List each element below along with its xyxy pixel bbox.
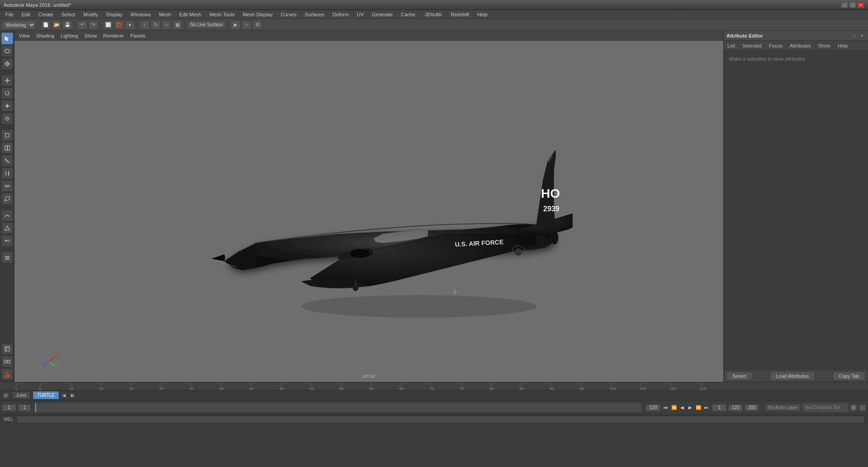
menu-windows[interactable]: Windows [127, 11, 155, 18]
layer-prev-arrow[interactable]: ◄ [62, 393, 67, 398]
anim-settings-icon[interactable]: ⚙ [850, 404, 857, 411]
bevel-tool[interactable] [1, 193, 13, 205]
range-start-right[interactable] [728, 404, 743, 411]
append-polygon-tool[interactable]: + [1, 222, 13, 234]
bridge-tool[interactable] [1, 210, 13, 221]
select-tool-button[interactable]: ⬜ [103, 20, 113, 29]
menu-3dtoall[interactable]: -3DtoAll- [420, 11, 446, 18]
menu-edit[interactable]: Edit [18, 11, 34, 18]
layer-next-arrow[interactable]: ► [70, 393, 75, 398]
maximize-button[interactable]: □ [849, 2, 856, 8]
menu-generate[interactable]: Generate [368, 11, 396, 18]
menu-display[interactable]: Display [103, 11, 126, 18]
menu-cache[interactable]: Cache [397, 11, 419, 18]
new-file-button[interactable]: 📄 [41, 20, 51, 29]
attr-close-button[interactable]: ✕ [859, 33, 865, 39]
menu-modify[interactable]: Modify [80, 11, 101, 18]
mode-dropdown[interactable]: Modeling [2, 20, 36, 29]
menu-mesh-display[interactable]: Mesh Display [239, 11, 276, 18]
move-tool[interactable] [1, 75, 13, 86]
viewport-menu-show[interactable]: Show [82, 32, 100, 39]
left-bottom-icon2[interactable] [1, 356, 13, 367]
menu-surfaces[interactable]: Surfaces [301, 11, 328, 18]
attr-expand-button[interactable]: □ [851, 33, 858, 39]
show-manip-tool[interactable] [1, 129, 13, 141]
insert-edge-loop-tool[interactable] [1, 142, 13, 154]
open-file-button[interactable]: 📂 [52, 20, 62, 29]
attr-tab-focus[interactable]: Focus [767, 42, 784, 49]
no-character-set-label[interactable]: No Character Set [803, 404, 848, 412]
menu-edit-mesh[interactable]: Edit Mesh [175, 11, 205, 18]
offset-edge-tool[interactable] [1, 167, 13, 179]
copy-tab-button[interactable]: Copy Tab [833, 372, 865, 381]
render-button[interactable]: ▶ [231, 20, 241, 29]
frame-counter-right[interactable] [712, 404, 726, 411]
close-button[interactable]: ✕ [857, 2, 864, 8]
load-attributes-button[interactable]: Load Attributes [770, 372, 815, 381]
paint-select-tool[interactable] [1, 58, 13, 70]
viewport-menu-panels[interactable]: Panels [128, 32, 148, 39]
settings-small-icon[interactable] [1, 252, 13, 263]
undo-button[interactable]: ↶ [77, 20, 87, 29]
range-end-input[interactable] [646, 404, 660, 411]
attr-select-button[interactable]: Select [726, 372, 752, 381]
menu-mesh-tools[interactable]: Mesh Tools [206, 11, 238, 18]
menu-curves[interactable]: Curves [277, 11, 300, 18]
universal-tool[interactable] [1, 113, 13, 124]
viewport-menu-lighting[interactable]: Lighting [58, 32, 81, 39]
anim-audio-icon[interactable]: ♪ [859, 404, 866, 411]
viewport-canvas[interactable]: HO 2939 U.S. AIR FORCE [14, 41, 723, 382]
lasso-select-tool[interactable] [1, 45, 13, 57]
no-anim-layer-label[interactable]: No Anim Layer [765, 404, 801, 411]
window-controls[interactable]: – □ ✕ [841, 2, 864, 8]
menu-deform[interactable]: Deform [329, 11, 352, 18]
save-file-button[interactable]: 💾 [62, 20, 72, 29]
minimize-button[interactable]: – [841, 2, 848, 8]
play-back-button[interactable]: ◀ [678, 404, 686, 411]
attr-tab-help[interactable]: Help [836, 42, 850, 49]
left-flame-icon[interactable] [1, 368, 13, 380]
ipr-button[interactable]: ○ [242, 20, 251, 29]
current-frame-input[interactable] [2, 404, 16, 411]
attr-tab-attributes[interactable]: Attributes [788, 42, 812, 49]
layer-tab-juliet[interactable]: Juliet [12, 391, 30, 399]
menu-create[interactable]: Create [35, 11, 57, 18]
menu-select[interactable]: Select [58, 11, 79, 18]
connect-tool[interactable] [1, 180, 13, 192]
rotate-tool[interactable] [1, 87, 13, 99]
menu-help[interactable]: Help [474, 11, 491, 18]
move-tool-button[interactable]: ↕ [140, 20, 150, 29]
go-to-end-button[interactable]: ⏭ [703, 404, 710, 411]
left-bottom-icon1[interactable] [1, 343, 13, 355]
scale-tool[interactable] [1, 100, 13, 112]
attr-tab-show[interactable]: Show [816, 42, 832, 49]
attr-tab-list[interactable]: List [726, 42, 737, 49]
scale-tool-button[interactable]: ↔ [161, 20, 171, 29]
step-forward-button[interactable]: ⏩ [695, 404, 702, 411]
timeline-track[interactable] [34, 403, 642, 413]
layer-tab-turtle[interactable]: TURTLE [33, 391, 59, 399]
render-settings-button[interactable]: ⚙ [252, 20, 262, 29]
mel-input[interactable] [17, 416, 864, 423]
layer-menu-icon[interactable]: ≡ [3, 392, 9, 399]
viewport-menu-view[interactable]: View [16, 32, 33, 39]
menu-uv[interactable]: UV [353, 11, 367, 18]
redo-button[interactable]: ↷ [88, 20, 98, 29]
target-weld-tool[interactable] [1, 235, 13, 247]
viewport-menu-renderer[interactable]: Renderer [100, 32, 127, 39]
range-end-right[interactable] [745, 404, 759, 411]
menu-file[interactable]: File [2, 11, 17, 18]
select-arrow-tool[interactable] [1, 33, 13, 44]
multi-cut-tool[interactable] [1, 155, 13, 167]
rotate-tool-button[interactable]: ↻ [151, 20, 161, 29]
paint-select-button[interactable]: ● [125, 20, 135, 29]
universal-manip-button[interactable]: ▦ [172, 20, 182, 29]
viewport-menu-shading[interactable]: Shading [33, 32, 57, 39]
lasso-tool-button[interactable]: ⭕ [114, 20, 124, 29]
no-live-surface-button[interactable]: No Live Surface [187, 21, 226, 29]
attr-tab-selected[interactable]: Selected [740, 42, 764, 49]
play-forward-button[interactable]: ▶ [687, 404, 694, 411]
menu-mesh[interactable]: Mesh [155, 11, 175, 18]
go-to-start-button[interactable]: ⏮ [662, 404, 669, 411]
range-start-input[interactable] [18, 404, 31, 411]
